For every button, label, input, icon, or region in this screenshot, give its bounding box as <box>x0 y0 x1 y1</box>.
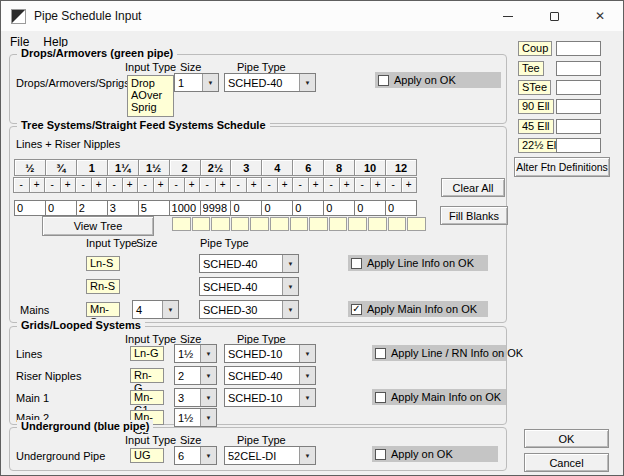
increment-button[interactable]: + <box>339 177 356 193</box>
quantity-input[interactable] <box>76 200 108 216</box>
schedule-cell[interactable] <box>172 217 191 231</box>
size-header-button[interactable]: ½ <box>14 159 46 176</box>
size-header-button[interactable]: 4 <box>261 159 293 176</box>
schedule-cell[interactable] <box>388 217 407 231</box>
decrement-button[interactable]: - <box>75 177 92 193</box>
grids-main1-input-type[interactable]: Mn-G1 <box>130 390 164 405</box>
decrement-button[interactable]: - <box>292 177 309 193</box>
dropdown-arrow-icon[interactable] <box>299 389 315 406</box>
maximize-button[interactable] <box>531 1 577 31</box>
dropdown-arrow-icon[interactable] <box>282 255 298 272</box>
minimize-button[interactable] <box>485 1 531 31</box>
decrement-button[interactable]: - <box>13 177 30 193</box>
decrement-button[interactable]: - <box>261 177 278 193</box>
size-header-button[interactable]: 8 <box>323 159 355 176</box>
quantity-input[interactable] <box>230 200 262 216</box>
dropdown-arrow-icon[interactable] <box>200 447 216 464</box>
size-header-button[interactable]: 10 <box>354 159 386 176</box>
schedule-cell[interactable] <box>211 217 230 231</box>
size-header-button[interactable]: 2 <box>169 159 201 176</box>
grids-lines-pipe-type-combo[interactable]: SCHED-10 <box>224 344 316 363</box>
size-header-button[interactable]: 6 <box>292 159 324 176</box>
fill-blanks-button[interactable]: Fill Blanks <box>440 206 508 225</box>
increment-button[interactable]: + <box>184 177 201 193</box>
cancel-button[interactable]: Cancel <box>524 453 609 472</box>
dropdown-arrow-icon[interactable] <box>200 345 216 362</box>
grids-riser-nipples-size-combo[interactable]: 2 <box>174 366 217 385</box>
size-header-button[interactable]: 3 <box>230 159 262 176</box>
dropdown-arrow-icon[interactable] <box>299 345 315 362</box>
quantity-input[interactable] <box>292 200 324 216</box>
drops-size-combo[interactable]: 1 <box>174 73 219 92</box>
decrement-button[interactable]: - <box>137 177 154 193</box>
schedule-cell[interactable] <box>407 217 426 231</box>
listbox-item-aover[interactable]: AOver <box>131 89 170 101</box>
quantity-input[interactable] <box>169 200 201 216</box>
dropdown-arrow-icon[interactable] <box>282 278 298 295</box>
schedule-cell[interactable] <box>290 217 309 231</box>
quantity-input[interactable] <box>14 200 46 216</box>
input-type-listbox[interactable]: Drop AOver Sprig <box>127 75 174 117</box>
dropdown-arrow-icon[interactable] <box>282 301 298 318</box>
fitting-value-22half-ell[interactable] <box>556 138 601 153</box>
size-header-button[interactable]: 1½ <box>138 159 170 176</box>
dropdown-arrow-icon[interactable] <box>299 367 315 384</box>
increment-button[interactable]: + <box>122 177 139 193</box>
decrement-button[interactable]: - <box>354 177 371 193</box>
dropdown-arrow-icon[interactable] <box>299 74 315 91</box>
size-header-button[interactable]: 12 <box>385 159 417 176</box>
checkbox[interactable] <box>351 304 362 315</box>
grids-main1-size-combo[interactable]: 3 <box>174 388 217 407</box>
grids-riser-nipples-input-type[interactable]: Rn-G <box>130 368 164 383</box>
checkbox[interactable] <box>375 449 386 460</box>
decrement-button[interactable]: - <box>44 177 61 193</box>
size-header-button[interactable]: ¾ <box>45 159 77 176</box>
checkbox[interactable] <box>375 392 386 403</box>
increment-button[interactable]: + <box>91 177 108 193</box>
quantity-input[interactable] <box>200 200 232 216</box>
underground-pipe-type-combo[interactable]: 52CEL-DI <box>224 446 316 465</box>
underground-size-combo[interactable]: 6 <box>174 446 217 465</box>
schedule-cell[interactable] <box>192 217 211 231</box>
size-header-button[interactable]: 1 <box>76 159 108 176</box>
tree-mains-size-combo[interactable]: 4 <box>132 300 179 319</box>
increment-button[interactable]: + <box>215 177 232 193</box>
dropdown-arrow-icon[interactable] <box>200 389 216 406</box>
decrement-button[interactable]: - <box>323 177 340 193</box>
grids-main2-size-combo[interactable]: 1½ <box>174 408 217 427</box>
alter-ftn-definitions-button[interactable]: Alter Ftn Definitions <box>514 157 610 177</box>
fitting-value-coup[interactable] <box>556 41 601 56</box>
dropdown-arrow-icon[interactable] <box>200 409 216 426</box>
increment-button[interactable]: + <box>401 177 418 193</box>
schedule-cell[interactable] <box>270 217 289 231</box>
schedule-cell[interactable] <box>250 217 269 231</box>
quantity-input[interactable] <box>138 200 170 216</box>
decrement-button[interactable]: - <box>199 177 216 193</box>
increment-button[interactable]: + <box>246 177 263 193</box>
quantity-input[interactable] <box>323 200 355 216</box>
grids-main1-pipe-type-combo[interactable]: SCHED-10 <box>224 388 316 407</box>
dropdown-arrow-icon[interactable] <box>202 74 218 91</box>
schedule-cell[interactable] <box>348 217 367 231</box>
grids-lines-size-combo[interactable]: 1½ <box>174 344 217 363</box>
quantity-input[interactable] <box>107 200 139 216</box>
size-header-button[interactable]: 2½ <box>200 159 232 176</box>
tree-lines-input-type[interactable]: Ln-S <box>86 256 120 271</box>
view-tree-button[interactable]: View Tree <box>42 216 154 236</box>
tree-riser-nipples-input-type[interactable]: Rn-S <box>86 279 120 294</box>
fitting-value-tee[interactable] <box>556 61 601 76</box>
increment-button[interactable]: + <box>29 177 46 193</box>
decrement-button[interactable]: - <box>106 177 123 193</box>
listbox-item-drop[interactable]: Drop <box>131 77 170 89</box>
quantity-input[interactable] <box>385 200 417 216</box>
schedule-cell[interactable] <box>368 217 387 231</box>
close-button[interactable] <box>577 1 623 31</box>
increment-button[interactable]: + <box>60 177 77 193</box>
grids-lines-input-type[interactable]: Ln-G <box>130 346 164 361</box>
schedule-cell[interactable] <box>329 217 348 231</box>
fitting-value-stee[interactable] <box>556 80 601 95</box>
drops-pipe-type-combo[interactable]: SCHED-40 <box>224 73 316 92</box>
schedule-cell[interactable] <box>231 217 250 231</box>
listbox-item-sprig[interactable]: Sprig <box>131 101 170 113</box>
fitting-value-45-ell[interactable] <box>556 119 601 134</box>
